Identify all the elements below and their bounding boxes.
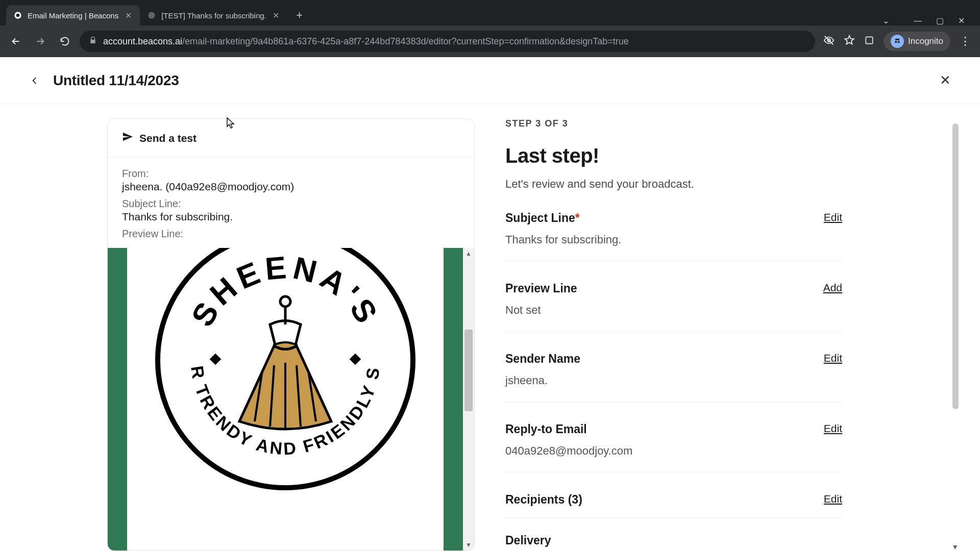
preview-scrollbar[interactable]: ▲ ▼ — [463, 248, 474, 550]
tabs-dropdown-icon[interactable]: ⌄ — [883, 16, 889, 26]
new-tab-button[interactable]: + — [291, 7, 308, 24]
close-icon[interactable]: ✕ — [272, 11, 281, 20]
browser-toolbar: account.beacons.ai/email-marketing/9a4b8… — [0, 26, 980, 57]
incognito-chip[interactable]: Incognito — [884, 32, 950, 51]
tab-test-email[interactable]: [TEST] Thanks for subscribing. ✕ — [140, 5, 288, 26]
extensions-icon[interactable] — [864, 35, 874, 47]
edit-recipients-button[interactable]: Edit — [824, 493, 842, 505]
from-value: jsheena. (040a92e8@moodjoy.com) — [122, 181, 460, 193]
back-button[interactable] — [6, 32, 26, 51]
scrollbar-thumb[interactable] — [464, 330, 473, 411]
tab-email-marketing[interactable]: Email Marketing | Beacons ✕ — [6, 5, 140, 26]
preview-column: Send a test From: jsheena. (040a92e8@moo… — [0, 118, 495, 551]
preview-value: Not set — [505, 304, 842, 317]
email-body-frame: SHEENA'S YOUR TRENDY AND FRIENDLY SHOP — [108, 248, 474, 550]
field-label: Sender Name — [505, 352, 580, 366]
svg-point-1 — [16, 14, 20, 17]
settings-column: STEP 3 OF 3 Last step! Let's review and … — [495, 118, 980, 551]
tab-strip: Email Marketing | Beacons ✕ [TEST] Thank… — [0, 0, 980, 26]
tab-title: [TEST] Thanks for subscribing. — [161, 11, 266, 20]
from-label: From: — [122, 168, 460, 180]
send-test-button[interactable]: Send a test — [108, 119, 474, 158]
edit-reply-button[interactable]: Edit — [824, 422, 842, 435]
incognito-label: Incognito — [908, 36, 943, 46]
svg-point-5 — [895, 41, 897, 43]
field-label: Delivery — [505, 534, 551, 547]
email-preview-card: Send a test From: jsheena. (040a92e8@moo… — [107, 118, 475, 551]
incognito-icon — [891, 35, 904, 48]
scroll-up-icon[interactable]: ▲ — [463, 248, 474, 259]
close-editor-button[interactable]: ✕ — [936, 71, 954, 90]
bookmark-star-icon[interactable] — [844, 35, 855, 48]
step-indicator: STEP 3 OF 3 — [505, 118, 842, 129]
subject-label: Subject Line: — [122, 198, 460, 210]
send-icon — [122, 131, 133, 145]
send-test-label: Send a test — [139, 132, 197, 144]
svg-point-2 — [148, 12, 155, 18]
back-arrow-button[interactable] — [26, 71, 44, 90]
main-content: Send a test From: jsheena. (040a92e8@moo… — [0, 104, 980, 551]
panel-headline: Last step! — [505, 144, 842, 167]
address-bar[interactable]: account.beacons.ai/email-marketing/9a4b8… — [80, 31, 815, 52]
field-reply-to: Reply-to Email Edit — [505, 402, 842, 436]
edit-sender-button[interactable]: Edit — [824, 352, 842, 364]
field-label: Preview Line — [505, 282, 577, 295]
field-label: Recipients (3) — [505, 493, 582, 507]
favicon-generic — [147, 11, 156, 20]
email-body: SHEENA'S YOUR TRENDY AND FRIENDLY SHOP — [108, 248, 463, 550]
kebab-menu-icon[interactable]: ⋮ — [960, 35, 971, 48]
panel-scrollbar[interactable]: ▼ — [951, 118, 960, 551]
url-text: account.beacons.ai/email-marketing/9a4b8… — [103, 36, 806, 47]
reply-value: 040a92e8@moodjoy.com — [505, 444, 842, 458]
preview-line-label: Preview Line: — [122, 228, 460, 240]
field-label: Reply-to Email — [505, 422, 587, 436]
logo-container: SHEENA'S YOUR TRENDY AND FRIENDLY SHOP — [127, 248, 444, 550]
browser-chrome: Email Marketing | Beacons ✕ [TEST] Thank… — [0, 0, 980, 57]
scroll-down-icon[interactable]: ▼ — [463, 539, 474, 550]
page-title: Untitled 11/14/2023 — [53, 72, 179, 89]
sender-value: jsheena. — [505, 374, 842, 387]
field-sender-name: Sender Name Edit — [505, 332, 842, 366]
subject-value: Thanks for subscribing. — [122, 211, 460, 223]
edit-subject-button[interactable]: Edit — [824, 211, 842, 223]
subject-value: Thanks for subscribing. — [505, 233, 842, 246]
field-subject-line: Subject Line* Edit — [505, 191, 842, 225]
svg-point-6 — [898, 41, 900, 43]
brand-logo: SHEENA'S YOUR TRENDY AND FRIENDLY SHOP — [142, 248, 428, 503]
tab-title: Email Marketing | Beacons — [28, 11, 118, 20]
maximize-icon[interactable]: ▢ — [936, 16, 944, 26]
close-icon[interactable]: ✕ — [124, 11, 133, 20]
field-preview-line: Preview Line Add — [505, 261, 842, 295]
close-window-icon[interactable]: ✕ — [958, 16, 965, 26]
lock-icon — [89, 36, 97, 47]
field-label: Subject Line* — [505, 211, 580, 225]
scroll-down-icon[interactable]: ▼ — [951, 543, 959, 551]
toolbar-right: Incognito ⋮ — [820, 32, 974, 51]
email-meta: From: jsheena. (040a92e8@moodjoy.com) Su… — [108, 158, 474, 248]
field-recipients: Recipients (3) Edit — [505, 472, 842, 507]
reload-button[interactable] — [55, 32, 75, 51]
window-controls: ⌄ ― ▢ ✕ — [883, 16, 974, 26]
app-header: Untitled 11/14/2023 ✕ — [0, 57, 980, 104]
settings-panel: STEP 3 OF 3 Last step! Let's review and … — [505, 118, 842, 551]
add-preview-button[interactable]: Add — [823, 282, 842, 294]
favicon-beacons — [13, 11, 22, 20]
scrollbar-thumb[interactable] — [952, 123, 959, 409]
svg-rect-4 — [866, 37, 872, 43]
field-delivery: Delivery — [505, 518, 842, 547]
panel-subtext: Let's review and send your broadcast. — [505, 178, 842, 191]
minimize-icon[interactable]: ― — [914, 16, 922, 26]
forward-button[interactable] — [31, 32, 50, 51]
eye-off-icon[interactable] — [823, 35, 835, 48]
